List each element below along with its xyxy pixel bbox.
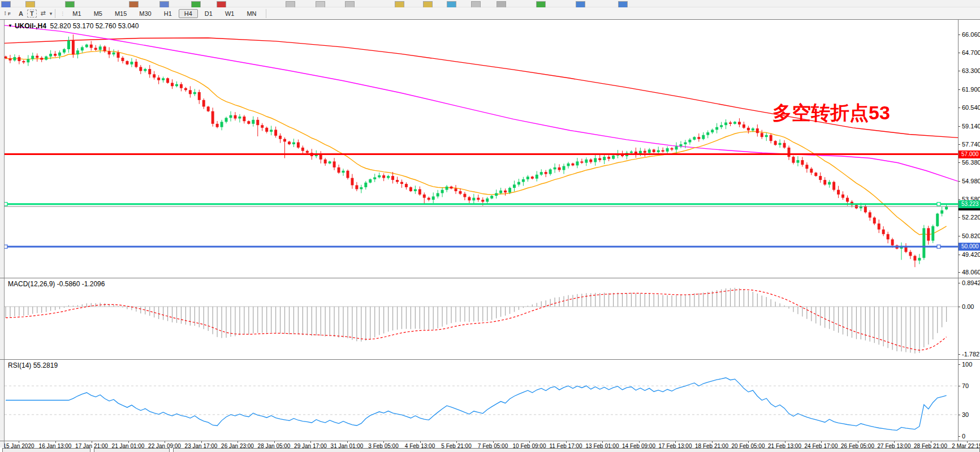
candle-body	[108, 51, 111, 54]
toolbar-icon-cropped[interactable]	[345, 1, 355, 7]
toolbar-icon-cropped[interactable]	[129, 1, 139, 7]
candle-body	[819, 176, 822, 180]
candle-body	[887, 234, 890, 239]
timeframe-button-d1[interactable]: D1	[199, 9, 218, 18]
toolbar-icon-cropped[interactable]	[471, 1, 481, 7]
panel-separator[interactable]	[0, 359, 980, 360]
candle-body	[697, 137, 700, 139]
chart-tab-stub[interactable]	[2, 448, 90, 452]
text-label-icon[interactable]: T	[27, 10, 37, 18]
line-handle[interactable]	[937, 203, 940, 206]
toolbar-icon-cropped[interactable]	[536, 1, 546, 7]
candle-body	[761, 133, 763, 137]
candle-body	[49, 54, 52, 57]
candle-body	[580, 161, 583, 162]
candle-body	[243, 117, 245, 121]
candle-body	[468, 197, 470, 200]
candle-body	[216, 124, 219, 127]
chart-tab-stub[interactable]	[94, 448, 170, 452]
price-axis-tick: 64.700	[962, 49, 980, 56]
rsi-indicator-panel[interactable]: RSI(14) 55.2819	[5, 360, 958, 441]
toolbar-icon-cropped[interactable]	[618, 1, 628, 7]
candle-body	[265, 128, 268, 132]
window-left-edge	[0, 19, 5, 447]
price-chart-panel[interactable]: ▼UKOil-,H4 52.820 53.170 52.760 53.040 多…	[5, 19, 958, 278]
timeframe-button-h4[interactable]: H4	[179, 9, 198, 18]
line-handle[interactable]	[5, 245, 7, 248]
candle-body	[301, 148, 304, 151]
price-axis-tick: 61.900	[962, 86, 980, 93]
candle-body	[563, 166, 565, 170]
toolbar-icon-cropped[interactable]	[395, 1, 404, 7]
timeframe-button-m15[interactable]: M15	[109, 9, 132, 18]
toolbar-icon-cropped[interactable]	[286, 1, 295, 7]
timeframe-button-m5[interactable]: M5	[88, 9, 108, 18]
candle-body	[607, 157, 610, 159]
horizontal-line-53_223[interactable]	[5, 203, 958, 206]
panel-separator[interactable]	[0, 278, 980, 278]
price-axis-tick: 66.060	[962, 31, 980, 38]
timeframe-button-w1[interactable]: W1	[219, 9, 240, 18]
candle-body	[135, 62, 137, 67]
symbol-dropdown-icon[interactable]: ▼	[8, 23, 12, 28]
rsi-axis-tick: 70	[962, 382, 969, 389]
toolbar-icon-cropped[interactable]	[423, 1, 433, 7]
toolbar-drag-handle[interactable]: ⋮	[60, 11, 64, 16]
toolbar-icon-cropped[interactable]	[1, 1, 11, 7]
candle-body	[446, 187, 448, 190]
toolbar-icon-cropped[interactable]	[217, 1, 226, 7]
toolbar-icon-cropped[interactable]	[447, 1, 456, 7]
candle-body	[882, 230, 885, 234]
candle-body	[198, 92, 201, 100]
line-handle[interactable]	[5, 203, 7, 206]
candle-body	[598, 158, 601, 161]
timeframe-button-m1[interactable]: M1	[67, 9, 87, 18]
chart-tab-stub[interactable]	[173, 448, 980, 452]
candle-body	[437, 193, 439, 196]
candle-body	[702, 135, 705, 139]
candle-body	[40, 58, 43, 60]
candle-body	[117, 53, 120, 58]
candlestick-chart[interactable]	[5, 19, 958, 278]
candle-body	[13, 57, 16, 61]
candle-body	[891, 239, 894, 246]
toolbar-icon-cropped[interactable]	[497, 1, 506, 7]
toolbar-icon-cropped[interactable]	[25, 1, 35, 7]
toolbar-icon-cropped[interactable]	[316, 1, 325, 7]
macd-histogram	[6, 288, 947, 354]
candle-body	[549, 169, 552, 174]
candle-body	[545, 172, 547, 174]
candle-body	[779, 143, 782, 145]
line-handle[interactable]	[937, 245, 940, 248]
objects-dropdown-caret-icon[interactable]: ▾	[50, 11, 53, 16]
grid-properties-icon[interactable]: ⠇F	[0, 11, 15, 16]
candle-body	[225, 118, 228, 122]
candle-body	[684, 143, 687, 145]
candle-body	[504, 191, 507, 193]
toolbar-icon-cropped[interactable]	[65, 1, 75, 7]
timeframe-button-h1[interactable]: H1	[158, 9, 178, 18]
candle-body	[22, 61, 25, 62]
timeframe-button-mn[interactable]: MN	[241, 9, 262, 18]
chart-annotation-text[interactable]: 多空转折点53	[772, 100, 890, 126]
candle-body	[18, 57, 20, 61]
timeframe-button-group: M1M5M15M30H1H4D1W1MN	[66, 9, 262, 18]
toolbar-icon-cropped[interactable]	[159, 1, 169, 7]
candle-body	[382, 175, 385, 178]
timeframe-button-m30[interactable]: M30	[133, 9, 157, 18]
candle-body	[355, 185, 358, 189]
text-annotation-icon[interactable]: A	[15, 10, 27, 17]
price-axis-tick: 49.420	[962, 251, 980, 258]
horizontal-line-50[interactable]	[5, 245, 958, 248]
candle-body	[909, 252, 912, 256]
candle-body	[630, 152, 633, 153]
toolbar-icon-cropped[interactable]	[576, 1, 585, 7]
price-axis-tick: 59.140	[962, 123, 980, 130]
price-badge-53_223: 53.223	[959, 200, 980, 208]
candle-body	[823, 180, 826, 184]
candle-body	[36, 56, 38, 58]
toolbar-icon-cropped[interactable]	[191, 1, 201, 7]
draw-objects-icon[interactable]: ⇄	[37, 10, 50, 17]
candle-body	[180, 84, 183, 88]
macd-indicator-panel[interactable]: MACD(12,26,9) -0.5860 -1.2096	[5, 278, 958, 359]
